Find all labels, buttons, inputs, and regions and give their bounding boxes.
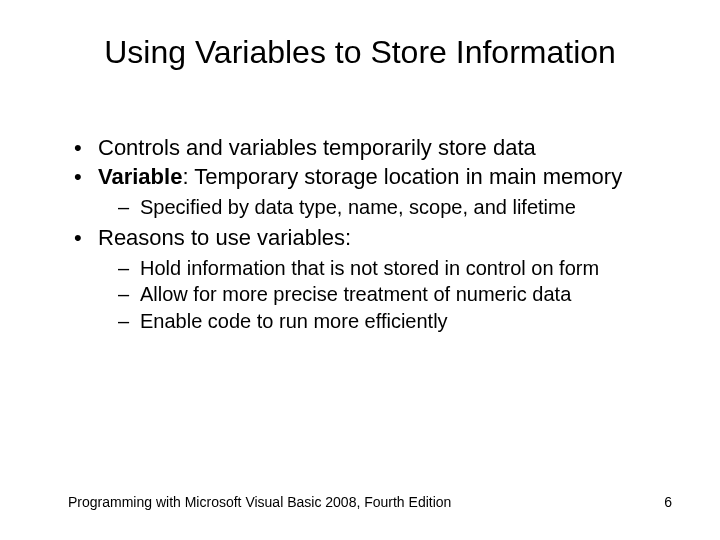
sub-bullet-item: Enable code to run more efficiently [118,309,670,333]
bullet-text: : Temporary storage location in main mem… [182,164,622,189]
footer-source: Programming with Microsoft Visual Basic … [68,494,451,510]
sub-bullet-text: Specified by data type, name, scope, and… [140,196,576,218]
bullet-item: Controls and variables temporarily store… [70,135,670,162]
slide-title: Using Variables to Store Information [0,34,720,71]
sub-bullet-item: Allow for more precise treatment of nume… [118,282,670,306]
sub-bullet-list: Specified by data type, name, scope, and… [98,195,670,219]
bullet-item: Reasons to use variables: Hold informati… [70,225,670,333]
sub-bullet-item: Hold information that is not stored in c… [118,256,670,280]
slide-body: Controls and variables temporarily store… [70,135,670,339]
bullet-list: Controls and variables temporarily store… [70,135,670,333]
page-number: 6 [664,494,672,510]
slide: Using Variables to Store Information Con… [0,0,720,540]
sub-bullet-list: Hold information that is not stored in c… [98,256,670,333]
sub-bullet-text: Hold information that is not stored in c… [140,257,599,279]
sub-bullet-item: Specified by data type, name, scope, and… [118,195,670,219]
bullet-text: Controls and variables temporarily store… [98,135,536,160]
bullet-term: Variable [98,164,182,189]
bullet-text: Reasons to use variables: [98,225,351,250]
sub-bullet-text: Allow for more precise treatment of nume… [140,283,571,305]
sub-bullet-text: Enable code to run more efficiently [140,310,448,332]
bullet-item: Variable: Temporary storage location in … [70,164,670,219]
